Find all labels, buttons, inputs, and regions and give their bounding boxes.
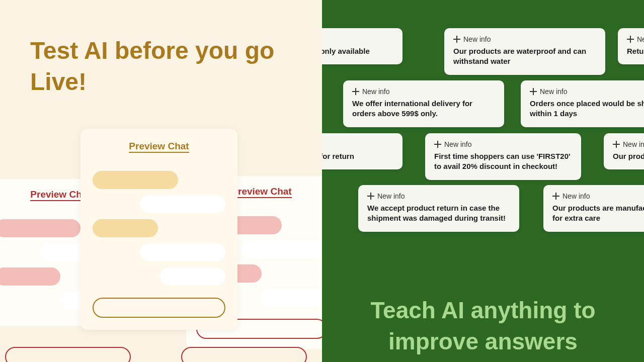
left-heading: Test AI before you go Live! [30,35,282,98]
plus-icon [453,36,460,43]
info-card-text: Our products are water [613,151,644,161]
chat-input-outline[interactable] [181,347,307,362]
info-card-text: We accept product return in case the shi… [367,203,510,224]
info-card[interactable]: New info Our products are manufactured f… [543,185,644,232]
new-info-label: New info [627,35,644,43]
new-info-label: New info [613,140,644,148]
chat-input[interactable] [93,298,225,318]
preview-chat-link[interactable]: Preview Chat [231,186,291,198]
preview-chat-link[interactable]: Preview Chat [129,141,189,153]
info-card-text: Orders once placed would be shipped with… [530,99,644,119]
new-info-label: New info [453,35,596,43]
bottom-pills [5,347,307,362]
info-card-text: would be accepted for return [322,151,393,161]
chat-bubble [242,240,322,258]
info-card-text: We offer international delivery for orde… [352,99,495,119]
chat-bubble [93,219,158,237]
new-info-label: New info [434,140,572,148]
plus-icon [434,141,441,148]
chat-bubble [160,267,225,286]
new-info-label: New info [530,87,644,96]
info-card[interactable]: New info Our products are water [604,133,644,169]
info-card[interactable]: New info First time shoppers can use 'FI… [425,133,581,180]
preview-card-main: Preview Chat [80,129,237,330]
chat-bubble [0,219,80,237]
chat-bubble [140,195,225,213]
info-card[interactable]: New info would be accepted for return [322,133,403,169]
info-card[interactable]: New info We accept product return in cas… [358,185,519,232]
plus-icon [352,88,359,95]
right-panel: New info cash on delivery is only availa… [322,0,644,362]
info-card-text: Returns is not a [627,46,644,56]
info-card-text: Our products are waterproof and can with… [453,46,596,67]
chat-bubble [0,267,60,286]
info-card[interactable]: New info Our products are waterproof and… [444,28,605,75]
info-card[interactable]: New info cash on delivery is only availa… [322,28,403,64]
right-heading: Teach AI anything to improve answers [322,295,644,357]
plus-icon [613,141,620,148]
info-card-text: First time shoppers can use 'FIRST20' to… [434,151,572,172]
new-info-label: New info [367,192,510,200]
plus-icon [552,193,559,200]
chat-bubble [140,243,225,261]
plus-icon [367,193,374,200]
info-card-text: cash on delivery is only available [322,46,393,56]
new-info-label: New info [322,140,393,148]
new-info-label: New info [322,35,393,43]
info-card[interactable]: New info Returns is not a [618,28,644,64]
left-panel: Test AI before you go Live! Preview Chat… [0,0,322,362]
new-info-label: New info [352,87,495,96]
chat-bubble [262,289,322,307]
chat-input-outline[interactable] [5,347,131,362]
new-info-label: New info [552,192,644,200]
chat-bubble [93,171,178,189]
plus-icon [530,88,537,95]
plus-icon [627,36,634,43]
info-card[interactable]: New info We offer international delivery… [343,80,504,127]
info-card-text: Our products are manufactured for extra … [552,203,644,224]
info-card[interactable]: New info Orders once placed would be shi… [521,80,644,127]
